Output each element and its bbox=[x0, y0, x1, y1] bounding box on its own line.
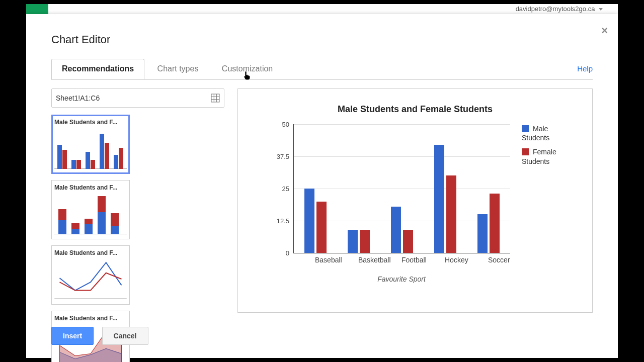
help-link[interactable]: Help bbox=[577, 64, 593, 73]
range-value: Sheet1!A1:C6 bbox=[56, 94, 100, 102]
data-range-input[interactable]: Sheet1!A1:C6 bbox=[51, 88, 224, 108]
select-range-icon[interactable] bbox=[211, 94, 220, 103]
chart-plot: 012.52537.550 Favourite Sport BaseballBa… bbox=[268, 124, 510, 270]
bar bbox=[477, 214, 488, 253]
bar bbox=[490, 194, 500, 253]
bar bbox=[391, 207, 401, 253]
account-menu[interactable]: davidpetro@mytools2go.ca bbox=[516, 5, 603, 13]
tab-recommendations[interactable]: Recommendations bbox=[51, 59, 144, 79]
thumb-line[interactable]: Male Students and F... bbox=[51, 245, 130, 305]
cancel-button[interactable]: Cancel bbox=[102, 327, 148, 345]
legend-swatch bbox=[522, 125, 529, 132]
legend-item: Female Students bbox=[522, 147, 577, 165]
y-tick: 12.5 bbox=[277, 217, 289, 225]
bar bbox=[348, 230, 358, 253]
y-tick: 25 bbox=[282, 185, 289, 193]
bar bbox=[360, 230, 370, 253]
chevron-down-icon bbox=[599, 8, 603, 11]
x-axis-label: Favourite Sport bbox=[293, 275, 510, 283]
bar bbox=[316, 202, 327, 253]
tab-chart-types[interactable]: Chart types bbox=[147, 59, 209, 79]
y-tick: 0 bbox=[286, 249, 289, 257]
recommendation-thumbnails: Male Students and F... Male Students and… bbox=[51, 115, 217, 362]
bar bbox=[403, 230, 413, 253]
bar bbox=[304, 189, 314, 253]
chart-title: Male Students and Female Students bbox=[238, 104, 592, 115]
dialog-title: Chart Editor bbox=[51, 33, 110, 46]
insert-button[interactable]: Insert bbox=[51, 327, 94, 345]
legend-item: Male Students bbox=[522, 124, 577, 142]
y-tick: 37.5 bbox=[277, 153, 289, 160]
user-email: davidpetro@mytools2go.ca bbox=[516, 5, 595, 13]
legend-swatch bbox=[522, 148, 529, 155]
close-icon[interactable]: × bbox=[601, 24, 608, 37]
y-tick: 50 bbox=[282, 121, 289, 128]
chart-editor-dialog: × Chart Editor Recommendations Chart typ… bbox=[26, 14, 618, 358]
bar bbox=[434, 145, 444, 253]
tabs: Recommendations Chart types Customizatio… bbox=[51, 58, 593, 80]
bar bbox=[446, 175, 456, 253]
sheets-logo bbox=[26, 4, 48, 14]
tab-customization[interactable]: Customization bbox=[211, 59, 283, 79]
legend: Male StudentsFemale Students bbox=[522, 124, 577, 171]
svg-rect-0 bbox=[211, 94, 219, 102]
cursor-pointer-icon bbox=[244, 71, 252, 81]
app-header: davidpetro@mytools2go.ca bbox=[26, 4, 618, 15]
chart-preview: Male Students and Female Students 012.52… bbox=[237, 88, 593, 313]
thumb-grouped-bar[interactable]: Male Students and F... bbox=[51, 115, 130, 174]
thumb-stacked-bar[interactable]: Male Students and F... bbox=[51, 180, 130, 239]
dialog-buttons: Insert Cancel bbox=[51, 327, 154, 345]
